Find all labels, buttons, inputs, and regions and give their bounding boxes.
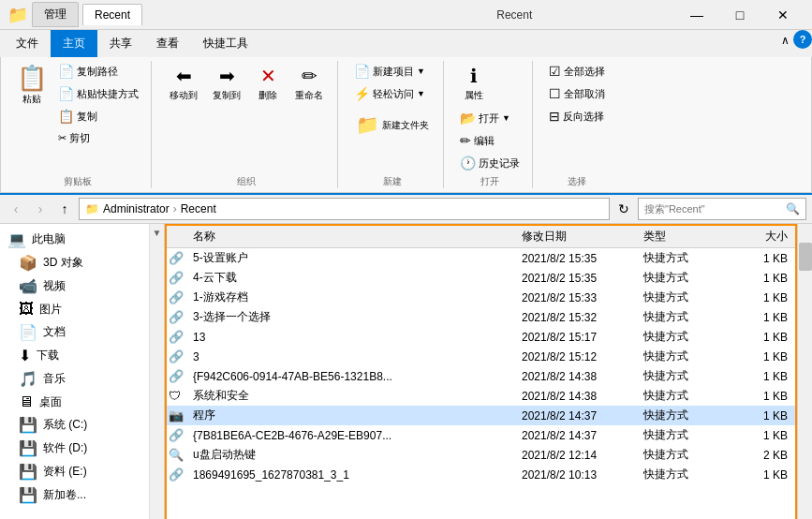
copy-button[interactable]: 📋 复制 (53, 106, 143, 126)
file-type: 快捷方式 (636, 348, 730, 364)
sidebar-item-pictures[interactable]: 🖼 图片 (0, 298, 149, 320)
cut-button[interactable]: ✂ 剪切 (53, 128, 143, 148)
up-button[interactable]: ↑ (54, 199, 75, 219)
file-size: 1 KB (730, 390, 795, 403)
search-box[interactable]: 🔍 (638, 198, 806, 220)
maximize-button[interactable]: □ (718, 0, 761, 30)
table-row[interactable]: 🔗 13 2021/8/2 15:17 快捷方式 1 KB (167, 327, 795, 347)
new-item-button[interactable]: 📄 新建项目 ▼ (349, 61, 436, 82)
sidebar-item-system-c[interactable]: 💾 系统 (C:) (0, 413, 149, 437)
back-button[interactable]: ‹ (6, 199, 26, 219)
edit-button[interactable]: ✏ 编辑 (455, 130, 499, 151)
delete-button[interactable]: ✕ 删除 (249, 61, 287, 106)
file-icon: 📷 (167, 408, 185, 423)
sidebar-item-more[interactable]: 💾 新加卷... (0, 483, 149, 507)
collapse-arrow[interactable]: ▼ (153, 228, 162, 238)
col-header-type[interactable]: 类型 (636, 229, 730, 245)
forward-button[interactable]: › (30, 199, 51, 219)
scrollbar[interactable] (797, 224, 812, 519)
breadcrumb[interactable]: 📁 Administrator › Recent (79, 198, 610, 220)
file-type: 快捷方式 (636, 447, 730, 463)
table-row[interactable]: 🔍 u盘启动热键 2021/8/2 12:14 快捷方式 2 KB (167, 445, 795, 465)
easy-access-icon: ⚡ (354, 86, 370, 101)
file-name: 4-云下载 (185, 270, 514, 286)
file-name: 程序 (185, 408, 514, 423)
file-date: 2021/8/2 14:38 (514, 370, 636, 383)
table-row[interactable]: 🔗 4-云下载 2021/8/2 15:35 快捷方式 1 KB (167, 268, 795, 288)
col-header-size[interactable]: 大小 (730, 229, 795, 245)
tab-recent[interactable]: Recent (82, 4, 142, 25)
paste-shortcut-button[interactable]: 📄 粘贴快捷方式 (53, 83, 143, 104)
tab-view[interactable]: 查看 (144, 30, 191, 57)
copy-path-button[interactable]: 📄 复制路径 (53, 61, 143, 82)
easy-access-button[interactable]: ⚡ 轻松访问 ▼ (349, 83, 436, 104)
sidebar-item-data-e[interactable]: 💾 资料 (E:) (0, 460, 149, 483)
properties-button[interactable]: ℹ 属性 (455, 61, 493, 106)
file-name: 系统和安全 (185, 388, 514, 404)
col-header-date[interactable]: 修改日期 (514, 229, 636, 245)
tab-home[interactable]: 主页 (51, 30, 97, 57)
table-row[interactable]: 📷 程序 2021/8/2 14:37 快捷方式 1 KB (167, 406, 795, 425)
sidebar-item-music[interactable]: 🎵 音乐 (0, 367, 149, 391)
file-type: 快捷方式 (636, 467, 730, 482)
software-d-icon: 💾 (19, 439, 37, 457)
search-input[interactable] (644, 203, 786, 215)
title-bar: 📁 管理 Recent Recent — □ ✕ (0, 0, 812, 30)
sidebar-item-this-pc[interactable]: 💻 此电脑 (0, 228, 149, 251)
table-row[interactable]: 🔗 1-游戏存档 2021/8/2 15:33 快捷方式 1 KB (167, 288, 795, 307)
table-row[interactable]: 🔗 {F942C606-0914-47AB-BE56-1321B8... 202… (167, 366, 795, 386)
sidebar-item-documents[interactable]: 📄 文档 (0, 320, 149, 344)
table-row[interactable]: 🔗 5-设置账户 2021/8/2 15:35 快捷方式 1 KB (167, 248, 795, 268)
music-icon: 🎵 (19, 370, 37, 388)
sidebar-label-music: 音乐 (43, 371, 66, 387)
sidebar-label-this-pc: 此电脑 (32, 231, 66, 247)
file-icon: 🔗 (167, 467, 185, 482)
new-folder-button[interactable]: 📁 新建文件夹 (349, 110, 436, 141)
refresh-button[interactable]: ↻ (613, 199, 634, 219)
col-header-name[interactable]: 名称 (185, 229, 514, 245)
table-row[interactable]: 🔗 3 2021/8/2 15:12 快捷方式 1 KB (167, 347, 795, 366)
file-size: 1 KB (730, 311, 795, 324)
select-none-button[interactable]: ☐ 全部取消 (544, 83, 610, 104)
move-to-button[interactable]: ⬅ 移动到 (163, 61, 204, 106)
breadcrumb-root[interactable]: Administrator (103, 202, 170, 215)
sidebar-item-videos[interactable]: 📹 视频 (0, 274, 149, 298)
history-icon: 🕐 (460, 156, 476, 171)
table-row[interactable]: 🔗 3-选择一个选择 2021/8/2 15:32 快捷方式 1 KB (167, 307, 795, 327)
close-button[interactable]: ✕ (761, 0, 805, 30)
file-type: 快捷方式 (636, 427, 730, 443)
sidebar-item-desktop[interactable]: 🖥 桌面 (0, 391, 149, 413)
history-button[interactable]: 🕐 历史记录 (455, 153, 524, 173)
table-row[interactable]: 🛡 系统和安全 2021/8/2 14:38 快捷方式 1 KB (167, 386, 795, 406)
copy-to-button[interactable]: ➡ 复制到 (206, 61, 247, 106)
system-c-icon: 💾 (19, 416, 37, 434)
file-date: 2021/8/2 15:35 (514, 272, 636, 285)
file-icon: 🛡 (167, 389, 185, 403)
file-size: 1 KB (730, 272, 795, 285)
paste-button[interactable]: 📋 粘贴 (12, 61, 52, 109)
table-row[interactable]: 🔗 {7B81BE6A-CE2B-4676-A29E-EB907... 2021… (167, 425, 795, 445)
scrollbar-thumb[interactable] (799, 243, 812, 271)
new-buttons: 📄 新建项目 ▼ ⚡ 轻松访问 ▼ 📁 新建文件夹 (349, 61, 436, 173)
sidebar-item-downloads[interactable]: ⬇ 下载 (0, 344, 149, 367)
table-row[interactable]: 🔗 1869491695_1627870381_3_1 2021/8/2 10:… (167, 465, 795, 484)
open-button[interactable]: 📂 打开 ▼ (455, 108, 515, 128)
tab-manage[interactable]: 管理 (32, 2, 79, 27)
ribbon-collapse-btn[interactable]: ∧ (777, 30, 793, 57)
rename-button[interactable]: ✏ 重命名 (288, 61, 330, 106)
sidebar-label-downloads: 下载 (37, 348, 59, 363)
breadcrumb-current[interactable]: Recent (181, 202, 216, 215)
tab-share[interactable]: 共享 (97, 30, 144, 57)
sidebar-item-3d[interactable]: 📦 3D 对象 (0, 251, 149, 274)
folder-icon: 📁 (7, 5, 28, 25)
select-all-button[interactable]: ☑ 全部选择 (544, 61, 610, 82)
sidebar-label-data-e: 资料 (E:) (43, 464, 87, 480)
sidebar-item-software-d[interactable]: 💾 软件 (D:) (0, 437, 149, 460)
tab-file[interactable]: 文件 (4, 30, 51, 57)
help-button[interactable]: ? (793, 30, 812, 49)
tab-tools[interactable]: 快捷工具 (191, 30, 260, 57)
sidebar-label-documents: 文档 (43, 324, 66, 340)
invert-select-button[interactable]: ⊟ 反向选择 (544, 106, 609, 126)
select-label: 选择 (544, 175, 610, 188)
minimize-button[interactable]: — (675, 0, 718, 30)
